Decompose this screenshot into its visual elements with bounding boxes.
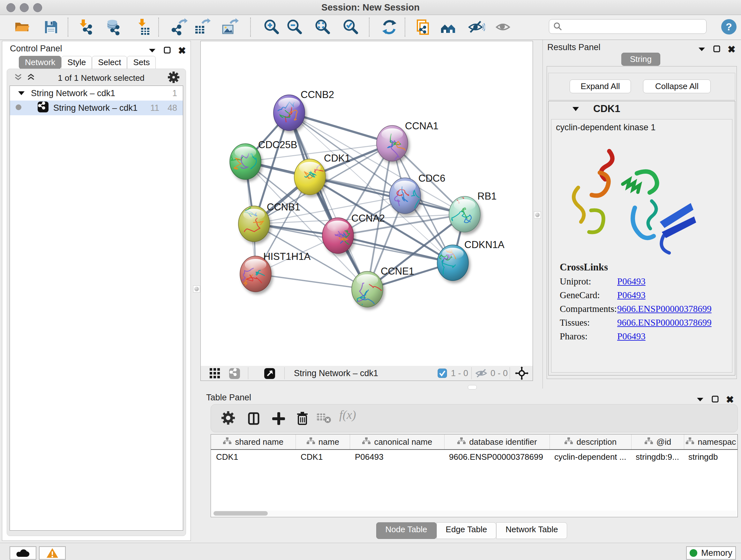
tab-edge-table[interactable]: Edge Table [436, 522, 496, 539]
show-all-icon[interactable] [495, 18, 513, 36]
grid-view-icon[interactable] [210, 368, 220, 380]
network-badge-icon[interactable] [229, 368, 240, 381]
import-network-file-icon[interactable] [78, 18, 96, 36]
panel-menu-icon[interactable] [148, 47, 156, 55]
crosslink-link[interactable]: 9606.ENSP00000378699 [617, 317, 712, 328]
card-expander-icon[interactable] [571, 106, 580, 113]
table-horizontal-scrollbar[interactable] [212, 510, 736, 516]
open-in-new-icon[interactable] [264, 368, 275, 381]
node-CCNA2[interactable] [322, 218, 354, 253]
cell[interactable]: CDK1 [295, 450, 350, 464]
column-header-name[interactable]: name [296, 435, 350, 449]
panel-close-icon[interactable]: ✖ [728, 44, 736, 55]
panel-menu-icon[interactable] [696, 396, 704, 403]
tab-sets[interactable]: Sets [127, 56, 156, 69]
refresh-view-icon[interactable] [381, 18, 398, 36]
gear-icon[interactable] [220, 410, 237, 428]
delete-column-icon[interactable] [293, 410, 311, 429]
column-header-shared-name[interactable]: shared name [211, 435, 296, 449]
node-CDC25B[interactable] [230, 144, 261, 179]
network-collection-row[interactable]: String Network – cdk1 1 [10, 86, 183, 101]
hidden-eye-icon[interactable] [475, 368, 487, 380]
zoom-in-icon[interactable] [263, 18, 281, 36]
cell[interactable]: stringdb:9... [630, 450, 683, 464]
column-header-database-identifier[interactable]: database identifier [445, 435, 550, 449]
crosslink-link[interactable]: P06493 [617, 331, 646, 341]
tab-style[interactable]: Style [61, 56, 92, 69]
cell[interactable]: cyclin-dependent ... [549, 450, 630, 464]
node-RB1[interactable] [449, 195, 480, 232]
column-header-description[interactable]: description [550, 435, 631, 449]
node-CDC6[interactable] [389, 178, 421, 213]
crosslink-link[interactable]: P06493 [617, 276, 646, 287]
cloud-button[interactable] [10, 546, 37, 560]
scrollbar-thumb[interactable] [213, 511, 268, 516]
table-row[interactable]: CDK1CDK1P064939606.ENSP00000378699cyclin… [211, 450, 738, 464]
columns-icon[interactable] [245, 410, 263, 429]
network-row[interactable]: String Network – cdk1 11 48 [10, 101, 183, 115]
birdseye-crosshair-icon[interactable] [515, 367, 529, 381]
edge-CCNB2-CCNA1[interactable] [289, 113, 392, 143]
collapse-all-icon[interactable] [14, 73, 22, 83]
hide-selected-icon[interactable] [467, 18, 485, 36]
column-header-namespac[interactable]: namespac [684, 435, 738, 449]
gear-icon[interactable] [167, 71, 180, 85]
panel-float-icon[interactable] [711, 395, 719, 404]
zoom-fit-icon[interactable] [314, 18, 332, 36]
memory-button[interactable]: Memory [686, 546, 736, 560]
export-image-icon[interactable] [221, 18, 239, 36]
tab-network-table[interactable]: Network Table [496, 522, 567, 539]
add-column-icon[interactable] [270, 410, 287, 429]
search-input[interactable] [562, 20, 706, 33]
node-CCNB1[interactable] [239, 202, 270, 242]
crosslink-link[interactable]: 9606.ENSP00000378699 [617, 304, 712, 314]
tab-node-table[interactable]: Node Table [376, 522, 436, 539]
edge-CCNB2-CCNE1[interactable] [289, 113, 367, 289]
cell[interactable]: 9606.ENSP00000378699 [444, 450, 549, 464]
function-builder-icon[interactable]: f(x) [339, 408, 356, 422]
zoom-out-icon[interactable] [286, 18, 304, 36]
search-box[interactable] [549, 19, 706, 34]
expand-all-icon[interactable] [27, 73, 35, 83]
panel-menu-icon[interactable] [697, 46, 706, 53]
cell[interactable]: P06493 [350, 450, 444, 464]
network-graph[interactable]: CCNB2CCNA1CDC25BCDK1CDC6RB1CCNB1CCNA2CDK… [201, 41, 533, 366]
open-session-icon[interactable] [13, 18, 30, 36]
node-CDKN1A[interactable] [437, 245, 468, 281]
column-header-canonical-name[interactable]: canonical name [350, 435, 444, 449]
selected-checkbox-icon[interactable] [437, 368, 447, 379]
warnings-button[interactable] [39, 546, 66, 560]
left-splitter-handle[interactable] [193, 286, 200, 293]
tab-select[interactable]: Select [92, 56, 127, 69]
right-splitter-handle[interactable] [534, 211, 541, 219]
panel-close-icon[interactable]: ✖ [178, 45, 186, 56]
cell[interactable]: stringdb [683, 450, 736, 464]
string-results-container: Expand All Collapse All CDK1 cyclin-depe… [547, 66, 737, 379]
node-CCNB2[interactable] [273, 95, 305, 131]
panel-close-icon[interactable]: ✖ [726, 394, 734, 405]
save-session-icon[interactable] [42, 18, 60, 36]
export-network-icon[interactable] [170, 18, 188, 36]
zoom-selected-icon[interactable] [342, 18, 360, 36]
collapse-all-button[interactable]: Collapse All [643, 79, 711, 93]
tab-string[interactable]: String [621, 53, 660, 66]
delete-table-icon[interactable] [316, 412, 332, 426]
help-button[interactable]: ? [721, 19, 737, 35]
import-table-file-icon[interactable] [134, 18, 152, 36]
tree-expander-icon[interactable] [17, 88, 25, 98]
column-header--id[interactable]: @id [631, 435, 684, 449]
panel-float-icon[interactable] [163, 46, 171, 55]
crosslink-link[interactable]: P06493 [617, 290, 646, 300]
expand-all-button[interactable]: Expand All [569, 79, 631, 93]
duplicate-network-icon[interactable] [414, 18, 431, 36]
edge-HIST1H1A-CCNE1[interactable] [256, 274, 367, 289]
export-table-icon[interactable] [193, 18, 211, 36]
import-network-database-icon[interactable] [105, 18, 123, 36]
horizontal-splitter-handle[interactable] [468, 385, 477, 389]
panel-float-icon[interactable] [713, 45, 721, 54]
column-type-icon [564, 437, 573, 447]
first-neighbors-icon[interactable] [439, 18, 457, 36]
tab-network[interactable]: Network [19, 56, 61, 69]
network-canvas[interactable]: CCNB2CCNA1CDC25BCDK1CDC6RB1CCNB1CCNA2CDK… [200, 41, 533, 367]
cell[interactable]: CDK1 [211, 450, 295, 464]
